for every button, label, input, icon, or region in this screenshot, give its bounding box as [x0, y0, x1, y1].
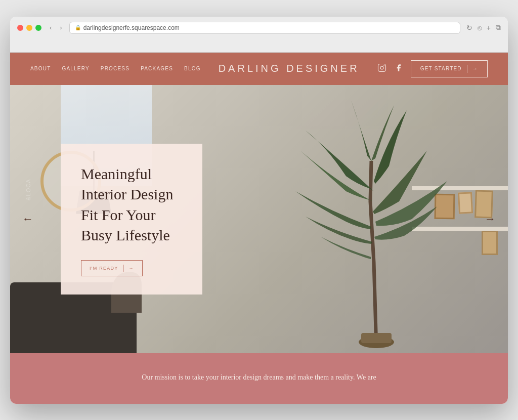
hero-prev-arrow[interactable]: ← — [22, 213, 33, 226]
tabs-button[interactable]: ⧉ — [496, 23, 501, 32]
close-button[interactable] — [17, 25, 23, 31]
hero-heading-line4: Busy Lifestyle — [81, 227, 170, 243]
hero-heading: Meaningful Interior Design Fit For Your … — [81, 164, 182, 246]
address-bar[interactable]: 🔒 darlingdesignerfe.squarespace.com — [69, 22, 460, 34]
get-started-label: Get Started — [420, 66, 462, 71]
instagram-icon[interactable] — [377, 63, 386, 74]
hero-next-arrow[interactable]: → — [485, 213, 496, 226]
browser-titlebar: ‹ › 🔒 darlingdesignerfe.squarespace.com … — [17, 22, 501, 34]
browser-chrome: ‹ › 🔒 darlingdesignerfe.squarespace.com … — [10, 17, 508, 53]
hero-deco-text: &LOCA — [25, 179, 31, 200]
lock-icon: 🔒 — [75, 25, 81, 30]
svg-rect-4 — [361, 333, 392, 343]
mission-section: Our mission is to take your interior des… — [10, 353, 508, 404]
frame-4 — [482, 231, 498, 255]
svg-rect-0 — [378, 64, 385, 71]
hero-heading-line2: Interior Design — [81, 186, 173, 202]
hero-heading-line3: Fit For Your — [81, 206, 156, 223]
nav-link-blog[interactable]: Blog — [184, 66, 201, 71]
browser-actions: ↻ ⎋ + ⧉ — [466, 23, 501, 32]
url-text: darlingdesignerfe.squarespace.com — [83, 24, 180, 31]
frame-2 — [458, 192, 473, 214]
cta-arrow-icon: → — [472, 66, 478, 71]
get-started-button[interactable]: Get Started → — [411, 60, 488, 77]
svg-point-1 — [380, 66, 383, 69]
nav-right: Get Started → — [377, 60, 488, 77]
browser-controls: ‹ › — [48, 23, 64, 32]
svg-point-2 — [383, 65, 384, 66]
mission-text: Our mission is to take your interior des… — [87, 371, 431, 384]
maximize-button[interactable] — [35, 25, 41, 31]
nav-link-about[interactable]: About — [30, 66, 51, 71]
cta-divider — [467, 65, 467, 73]
minimize-button[interactable] — [26, 25, 32, 31]
nav-links-left: About Gallery Process Packages Blog — [30, 66, 201, 71]
hero-section: &LOCA Meaningful Interior Design Fit For… — [10, 85, 508, 353]
hero-cta-arrow-icon: → — [129, 266, 134, 271]
nav-link-gallery[interactable]: Gallery — [62, 66, 89, 71]
im-ready-button[interactable]: I'm Ready → — [81, 260, 143, 276]
hero-cta-divider — [123, 265, 124, 272]
new-tab-button[interactable]: + — [487, 24, 491, 32]
forward-button[interactable]: › — [58, 23, 64, 32]
browser-window: ‹ › 🔒 darlingdesignerfe.squarespace.com … — [10, 17, 508, 404]
reload-button[interactable]: ↻ — [466, 24, 472, 32]
plant-decoration — [295, 100, 457, 350]
facebook-icon[interactable] — [395, 63, 403, 74]
navigation: About Gallery Process Packages Blog Darl… — [10, 53, 508, 85]
share-button[interactable]: ⎋ — [478, 24, 482, 32]
im-ready-label: I'm Ready — [90, 266, 118, 271]
hero-card: Meaningful Interior Design Fit For Your … — [61, 144, 202, 295]
nav-link-packages[interactable]: Packages — [141, 66, 173, 71]
tab-bar — [17, 38, 501, 52]
hero-heading-line1: Meaningful — [81, 165, 152, 182]
nav-link-process[interactable]: Process — [101, 66, 130, 71]
traffic-lights — [17, 25, 41, 31]
website-content: About Gallery Process Packages Blog Darl… — [10, 53, 508, 404]
back-button[interactable]: ‹ — [48, 23, 54, 32]
brand-name[interactable]: Darling Designer — [201, 63, 377, 74]
